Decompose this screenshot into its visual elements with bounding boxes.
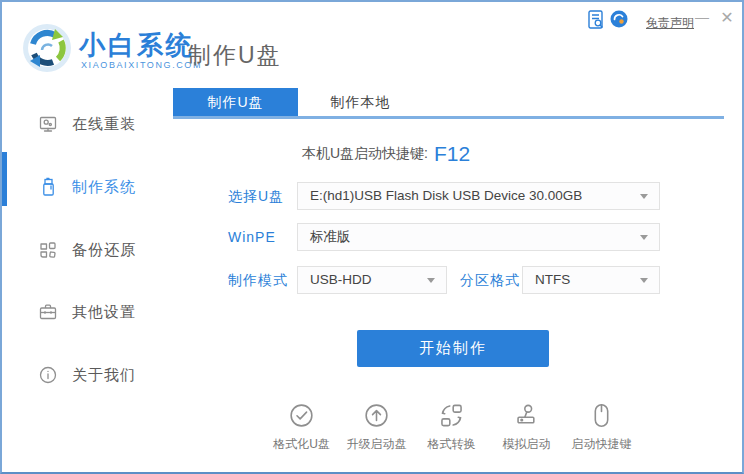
app-window: 小白系统 XIAOBAIXITONG.COM 制作U盘 免责声明 — ✕ [0,0,744,474]
tool-simulate-boot[interactable]: 模拟启动 [489,402,564,453]
winpe-value: 标准版 [310,224,351,250]
tool-format-usb[interactable]: 格式化U盘 [264,402,339,453]
partition-format-label: 分区格式 [460,266,520,294]
brand-name: 小白系统 [79,28,195,63]
usb-select-value: E:(hd1)USB Flash Disk USB Device 30.00GB [310,183,582,209]
tool-label: 格式转换 [428,436,476,453]
winpe-label: WinPE [228,223,276,251]
usb-select-dropdown[interactable]: E:(hd1)USB Flash Disk USB Device 30.00GB [297,182,660,210]
sidebar-item-about-us[interactable]: 关于我们 [2,358,172,392]
chevron-down-icon [640,194,648,199]
boot-hotkey-row: 本机U盘启动快捷键: F12 [302,142,470,166]
monitor-icon [38,114,58,134]
sidebar-item-label: 在线重装 [72,115,136,134]
winpe-dropdown[interactable]: 标准版 [297,223,660,251]
tool-upgrade-boot-disk[interactable]: 升级启动盘 [339,402,414,453]
service-icon[interactable] [610,10,628,28]
tool-boot-hotkey[interactable]: 启动快捷键 [564,402,639,453]
minimize-button[interactable]: — [690,2,714,32]
convert-icon [438,402,465,429]
tab-make-local[interactable]: 制作本地 [298,88,423,118]
app-logo-icon [22,23,72,73]
mouse-icon [588,402,615,429]
tool-label: 升级启动盘 [347,436,407,453]
backup-grid-icon [38,240,58,260]
footer-toolbar: 格式化U盘 升级启动盘 格式 [264,402,640,453]
sidebar-item-online-reinstall[interactable]: 在线重装 [2,107,172,141]
make-mode-value: USB-HDD [310,267,372,293]
arrow-up-circle-icon [363,402,390,429]
usb-drive-icon [38,177,58,197]
tool-label: 模拟启动 [503,436,551,453]
make-mode-label: 制作模式 [228,266,288,294]
tool-format-convert[interactable]: 格式转换 [414,402,489,453]
sidebar-item-backup-restore[interactable]: 备份还原 [2,233,172,267]
sidebar-item-label: 备份还原 [72,241,136,260]
sidebar-item-make-system[interactable]: 制作系统 [2,170,172,204]
sidebar-item-other-settings[interactable]: 其他设置 [2,295,172,329]
stamp-icon [513,402,540,429]
chevron-down-icon [640,235,648,240]
sidebar-item-label: 关于我们 [72,366,136,385]
tab-make-usb[interactable]: 制作U盘 [173,88,298,118]
chevron-down-icon [640,278,648,283]
tool-label: 启动快捷键 [572,436,632,453]
info-circle-icon [38,365,58,385]
brand-domain: XIAOBAIXITONG.COM [81,60,202,70]
make-mode-dropdown[interactable]: USB-HDD [297,266,447,294]
chevron-down-icon [427,278,435,283]
page-title: 制作U盘 [188,40,282,71]
disclaimer-link[interactable]: 免责声明 [646,15,694,32]
tab-underline [173,116,724,119]
sidebar-item-label: 制作系统 [72,178,136,197]
check-circle-icon [288,402,315,429]
license-icon[interactable] [588,10,604,30]
tool-label: 格式化U盘 [273,436,330,453]
usb-select-label: 选择U盘 [228,182,284,210]
toolbox-icon [38,302,58,322]
sidebar-item-label: 其他设置 [72,303,136,322]
partition-format-value: NTFS [535,267,570,293]
partition-format-dropdown[interactable]: NTFS [522,266,660,294]
boot-hotkey-label: 本机U盘启动快捷键: [302,145,428,163]
start-make-button[interactable]: 开始制作 [357,330,549,367]
close-button[interactable]: ✕ [714,2,740,32]
boot-hotkey-value: F12 [434,142,470,166]
